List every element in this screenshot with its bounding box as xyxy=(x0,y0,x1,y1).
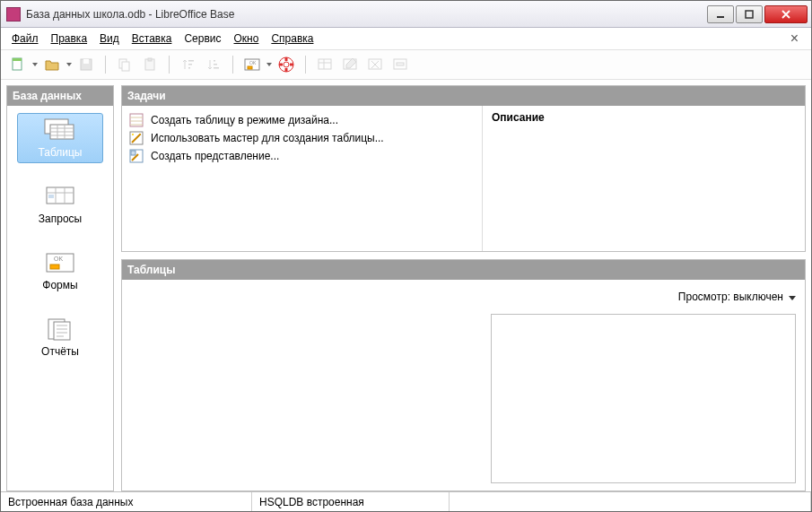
help-button[interactable] xyxy=(275,53,298,76)
svg-rect-9 xyxy=(148,58,152,61)
svg-rect-21 xyxy=(319,59,331,69)
toolbar-separator xyxy=(232,56,233,74)
svg-rect-39 xyxy=(131,151,135,155)
menu-edit[interactable]: Правка xyxy=(46,30,93,48)
open-button[interactable] xyxy=(40,53,64,76)
app-window: База данных школа.odb - LibreOffice Base… xyxy=(0,0,812,512)
statusbar: Встроенная база данных HSQLDB встроенная xyxy=(1,491,811,511)
wizard-icon xyxy=(129,131,144,145)
database-sidebar: База данных Таблицы Запросы OK xyxy=(6,85,114,491)
maximize-button[interactable] xyxy=(736,5,763,23)
menu-service[interactable]: Сервис xyxy=(179,30,226,48)
toolbar-separator xyxy=(105,56,106,74)
tasks-description: Описание xyxy=(482,106,805,251)
reports-icon xyxy=(41,317,79,342)
menubar: Файл Правка Вид Вставка Сервис Окно Спра… xyxy=(1,28,811,49)
new-button[interactable] xyxy=(6,53,30,76)
document-close-icon[interactable]: × xyxy=(783,30,806,47)
menu-view[interactable]: Вид xyxy=(94,30,125,48)
sidebar-item-label: Отчёты xyxy=(41,345,79,358)
svg-rect-31 xyxy=(50,265,59,269)
task-create-view[interactable]: Создать представление... xyxy=(129,147,475,165)
sidebar-item-label: Запросы xyxy=(39,213,82,225)
svg-rect-25 xyxy=(397,63,404,65)
table-edit-button[interactable] xyxy=(338,53,362,76)
sidebar-item-queries[interactable]: Запросы xyxy=(17,179,103,230)
sidebar-item-forms[interactable]: OK Формы xyxy=(17,246,103,296)
svg-point-37 xyxy=(132,134,134,135)
svg-point-20 xyxy=(284,62,289,67)
right-column: Задачи Создать таблицу в режиме дизайна.… xyxy=(121,85,806,491)
table-new-button[interactable] xyxy=(313,53,336,76)
new-dropdown[interactable] xyxy=(31,63,39,66)
paste-button[interactable] xyxy=(138,53,162,76)
chevron-down-icon xyxy=(789,291,796,303)
menu-insert[interactable]: Вставка xyxy=(127,30,178,48)
sidebar-item-label: Формы xyxy=(42,279,77,291)
forms-icon: OK xyxy=(41,250,79,275)
sidebar-item-reports[interactable]: Отчёты xyxy=(17,312,103,362)
task-wizard[interactable]: Использовать мастер для создания таблицы… xyxy=(129,129,475,147)
svg-rect-7 xyxy=(122,62,129,71)
tasks-header: Задачи xyxy=(122,86,805,106)
svg-text:OK: OK xyxy=(249,60,257,65)
list-body: Просмотр: выключен xyxy=(122,280,805,490)
form-button[interactable]: OK xyxy=(240,53,264,76)
design-icon xyxy=(129,113,144,127)
main-area: База данных Таблицы Запросы OK xyxy=(1,80,811,491)
svg-rect-10 xyxy=(188,60,194,62)
status-empty xyxy=(450,492,811,511)
tables-icon xyxy=(41,117,79,143)
titlebar: База данных школа.odb - LibreOffice Base xyxy=(1,1,811,28)
preview-toggle[interactable]: Просмотр: выключен xyxy=(491,287,796,307)
list-panel: Таблицы Просмотр: выключен xyxy=(121,259,806,491)
table-rename-button[interactable] xyxy=(389,53,412,76)
queries-icon xyxy=(41,184,79,209)
toolbar-separator xyxy=(169,56,170,74)
close-button[interactable] xyxy=(764,5,808,23)
copy-button[interactable] xyxy=(113,53,136,76)
preview-label: Просмотр: выключен xyxy=(678,291,783,303)
task-create-design[interactable]: Создать таблицу в режиме дизайна... xyxy=(129,111,475,129)
menu-help[interactable]: Справка xyxy=(266,30,319,48)
sort-desc-button[interactable] xyxy=(202,53,225,76)
svg-rect-29 xyxy=(48,195,54,198)
svg-text:OK: OK xyxy=(54,256,63,262)
tasks-body: Создать таблицу в режиме дизайна... Испо… xyxy=(122,106,805,251)
list-header: Таблицы xyxy=(122,260,805,280)
list-area[interactable] xyxy=(122,280,482,490)
sidebar-item-label: Таблицы xyxy=(38,146,82,159)
task-label: Создать представление... xyxy=(151,150,279,162)
toolbar: OK xyxy=(1,49,811,80)
svg-rect-14 xyxy=(214,64,217,65)
menu-window[interactable]: Окно xyxy=(228,30,264,48)
task-label: Использовать мастер для создания таблицы… xyxy=(151,132,384,144)
svg-rect-0 xyxy=(717,16,724,18)
tasks-list: Создать таблицу в режиме дизайна... Испо… xyxy=(122,106,482,251)
window-controls xyxy=(707,5,808,23)
menu-file[interactable]: Файл xyxy=(6,30,44,48)
svg-rect-15 xyxy=(214,67,219,69)
svg-rect-13 xyxy=(214,60,215,62)
view-icon xyxy=(129,149,144,163)
app-icon xyxy=(6,7,21,22)
form-dropdown[interactable] xyxy=(266,63,273,66)
minimize-button[interactable] xyxy=(707,5,734,23)
open-dropdown[interactable] xyxy=(65,63,73,66)
save-button[interactable] xyxy=(74,53,98,76)
description-heading: Описание xyxy=(492,111,796,124)
svg-rect-5 xyxy=(83,59,89,64)
svg-rect-12 xyxy=(188,67,190,69)
task-label: Создать таблицу в режиме дизайна... xyxy=(151,114,338,126)
svg-rect-1 xyxy=(746,11,753,18)
svg-rect-11 xyxy=(188,64,192,65)
sort-asc-button[interactable] xyxy=(177,53,200,76)
svg-rect-34 xyxy=(54,322,70,340)
sidebar-body: Таблицы Запросы OK Формы xyxy=(7,106,113,490)
toolbar-separator xyxy=(305,56,306,74)
sidebar-item-tables[interactable]: Таблицы xyxy=(17,113,103,163)
svg-rect-3 xyxy=(13,58,22,61)
status-db-type: Встроенная база данных xyxy=(1,492,252,511)
sidebar-header: База данных xyxy=(7,86,113,106)
table-delete-button[interactable] xyxy=(363,53,387,76)
